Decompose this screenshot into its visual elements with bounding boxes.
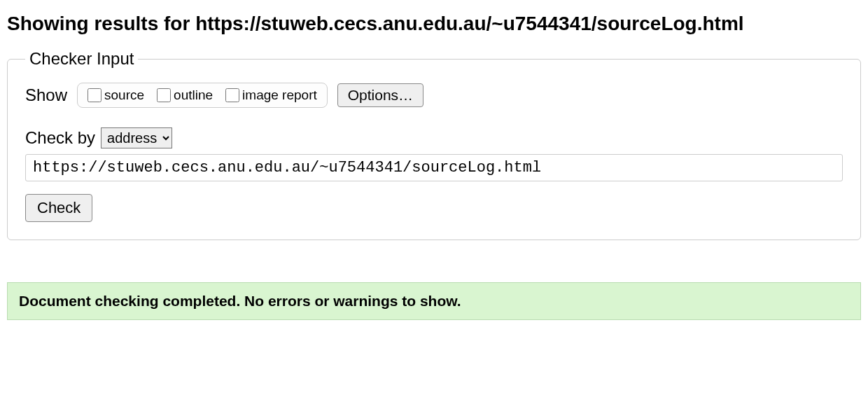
show-label: Show	[25, 85, 67, 105]
show-checkbox-group: source outline image report	[77, 83, 328, 108]
page-title: Showing results for https://stuweb.cecs.…	[7, 13, 861, 35]
show-outline-checkbox[interactable]	[157, 88, 171, 102]
show-image-report-checkbox[interactable]	[225, 88, 239, 102]
url-input[interactable]	[25, 154, 843, 181]
show-outline-item: outline	[157, 88, 213, 103]
show-source-label: source	[104, 88, 144, 103]
show-outline-label: outline	[174, 88, 213, 103]
show-source-item: source	[88, 88, 144, 103]
check-by-select[interactable]: address	[101, 127, 172, 148]
checker-input-legend: Checker Input	[25, 49, 138, 69]
show-row: Show source outline image report Options…	[25, 83, 843, 108]
show-source-checkbox[interactable]	[88, 88, 102, 102]
check-by-label: Check by	[25, 128, 95, 148]
result-success-banner: Document checking completed. No errors o…	[7, 282, 861, 320]
show-image-report-label: image report	[242, 88, 317, 103]
check-by-row: Check by address	[25, 127, 843, 148]
options-button[interactable]: Options…	[337, 83, 424, 107]
checker-input-fieldset: Checker Input Show source outline image …	[7, 49, 861, 240]
show-image-report-item: image report	[225, 88, 317, 103]
check-button[interactable]: Check	[25, 194, 92, 222]
